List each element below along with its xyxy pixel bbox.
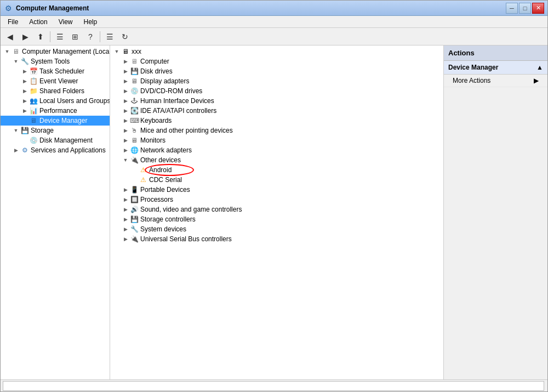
menu-help[interactable]: Help bbox=[79, 16, 102, 27]
disk-label: Disk Management bbox=[39, 137, 93, 144]
shared-icon: 📁 bbox=[29, 87, 38, 95]
menu-file[interactable]: File bbox=[3, 16, 23, 27]
keyboard-expand[interactable]: ▶ bbox=[121, 116, 130, 125]
event-expand[interactable]: ▶ bbox=[20, 77, 29, 86]
toolbar-separator-1 bbox=[50, 31, 50, 42]
sysdev-expand[interactable]: ▶ bbox=[121, 225, 130, 234]
hid-expand[interactable]: ▶ bbox=[121, 96, 130, 105]
center-root[interactable]: ▼ 🖥 xxx bbox=[110, 47, 443, 56]
center-monitors[interactable]: ▶ 🖥 Monitors bbox=[110, 135, 443, 145]
main-window: ⚙ Computer Management ─ □ ✕ File Action … bbox=[0, 0, 548, 392]
other-expand[interactable]: ▼ bbox=[121, 156, 130, 164]
event-icon: 📋 bbox=[29, 77, 38, 86]
dm-label: Device Manager bbox=[39, 117, 87, 124]
diskdrives-expand[interactable]: ▶ bbox=[121, 67, 130, 76]
perf-label: Performance bbox=[39, 107, 77, 115]
services-expand[interactable]: ▶ bbox=[12, 146, 20, 155]
perf-expand[interactable]: ▶ bbox=[20, 106, 29, 115]
tree-event-viewer[interactable]: ▶ 📋 Event Viewer bbox=[1, 76, 110, 86]
monitors-label: Monitors bbox=[140, 137, 165, 144]
dvd-expand[interactable]: ▶ bbox=[121, 87, 130, 95]
tree-shared-folders[interactable]: ▶ 📁 Shared Folders bbox=[1, 86, 110, 96]
center-usb[interactable]: ▶ 🔌 Universal Serial Bus controllers bbox=[110, 234, 443, 244]
users-expand[interactable]: ▶ bbox=[20, 96, 29, 105]
center-disk-drives[interactable]: ▶ 💾 Disk drives bbox=[110, 66, 443, 76]
restore-button[interactable]: □ bbox=[519, 3, 531, 14]
minimize-button[interactable]: ─ bbox=[506, 3, 518, 14]
show-hide-button[interactable]: ☰ bbox=[53, 30, 67, 43]
center-display-adapters[interactable]: ▶ 🖥 Display adapters bbox=[110, 76, 443, 86]
sys-tools-icon: 🔧 bbox=[20, 57, 29, 66]
network-expand[interactable]: ▶ bbox=[121, 146, 130, 155]
center-other-devices[interactable]: ▼ 🔌 Other devices bbox=[110, 155, 443, 165]
view-button[interactable]: ☰ bbox=[102, 30, 117, 43]
android-label: Android bbox=[149, 166, 172, 174]
tree-disk-mgmt[interactable]: 💿 Disk Management bbox=[1, 135, 110, 145]
center-cdc-serial[interactable]: ⚠ CDC Serial bbox=[110, 175, 443, 185]
center-dvd[interactable]: ▶ 💿 DVD/CD-ROM drives bbox=[110, 86, 443, 96]
tree-system-tools[interactable]: ▼ 🔧 System Tools bbox=[1, 56, 110, 66]
task-icon: 📅 bbox=[29, 67, 38, 76]
storage-expand[interactable]: ▼ bbox=[12, 126, 20, 135]
center-ide[interactable]: ▶ 💽 IDE ATA/ATAPI controllers bbox=[110, 106, 443, 116]
actions-more-actions[interactable]: More Actions ▶ bbox=[444, 75, 547, 87]
tree-task-scheduler[interactable]: ▶ 📅 Task Scheduler bbox=[1, 66, 110, 76]
shared-expand[interactable]: ▶ bbox=[20, 87, 29, 95]
portable-label: Portable Devices bbox=[140, 186, 190, 194]
diskdrives-label: Disk drives bbox=[140, 67, 173, 75]
proc-expand[interactable]: ▶ bbox=[121, 195, 130, 204]
usb-icon: 🔌 bbox=[130, 235, 139, 243]
menu-action[interactable]: Action bbox=[24, 16, 52, 27]
ide-expand[interactable]: ▶ bbox=[121, 106, 130, 115]
computer-expand[interactable]: ▶ bbox=[121, 57, 130, 66]
title-bar: ⚙ Computer Management ─ □ ✕ bbox=[1, 1, 547, 16]
other-label: Other devices bbox=[140, 156, 181, 164]
center-keyboards[interactable]: ▶ ⌨ Keyboards bbox=[110, 116, 443, 126]
task-expand[interactable]: ▶ bbox=[20, 67, 29, 76]
back-button[interactable]: ◀ bbox=[3, 30, 17, 43]
other-icon: 🔌 bbox=[130, 156, 139, 164]
tree-root[interactable]: ▼ 🖥 Computer Management (Local bbox=[1, 47, 110, 56]
center-system-dev[interactable]: ▶ 🔧 System devices bbox=[110, 224, 443, 234]
display-expand[interactable]: ▶ bbox=[121, 77, 130, 86]
center-mice[interactable]: ▶ 🖱 Mice and other pointing devices bbox=[110, 126, 443, 135]
window-title: Computer Management bbox=[16, 4, 506, 12]
mice-expand[interactable]: ▶ bbox=[121, 126, 130, 135]
tree-device-manager[interactable]: ▶ 🖥 Device Manager bbox=[1, 116, 110, 126]
portable-expand[interactable]: ▶ bbox=[121, 185, 130, 194]
hid-label: Human Interface Devices bbox=[140, 97, 214, 105]
up-button[interactable]: ⬆ bbox=[33, 30, 48, 43]
tree-performance[interactable]: ▶ 📊 Performance bbox=[1, 106, 110, 116]
tree-storage[interactable]: ▼ 💾 Storage bbox=[1, 126, 110, 135]
menu-view[interactable]: View bbox=[54, 16, 78, 27]
status-bar bbox=[1, 379, 547, 391]
center-computer[interactable]: ▶ 🖥 Computer bbox=[110, 56, 443, 66]
center-android[interactable]: ⚠ Android bbox=[110, 165, 443, 175]
tree-services[interactable]: ▶ ⚙ Services and Applications bbox=[1, 145, 110, 155]
center-portable[interactable]: ▶ 📱 Portable Devices bbox=[110, 185, 443, 195]
forward-button[interactable]: ▶ bbox=[18, 30, 32, 43]
shared-label: Shared Folders bbox=[39, 87, 84, 95]
event-label: Event Viewer bbox=[39, 77, 78, 85]
center-processors[interactable]: ▶ 🔲 Processors bbox=[110, 195, 443, 204]
sys-tools-expand[interactable]: ▼ bbox=[12, 57, 20, 66]
center-hid[interactable]: ▶ 🕹 Human Interface Devices bbox=[110, 96, 443, 106]
properties-button[interactable]: ⊞ bbox=[68, 30, 82, 43]
monitors-expand[interactable]: ▶ bbox=[121, 136, 130, 145]
network-icon: 🌐 bbox=[130, 146, 139, 155]
center-storage-ctrl[interactable]: ▶ 💾 Storage controllers bbox=[110, 214, 443, 224]
refresh-button[interactable]: ↻ bbox=[118, 30, 132, 43]
proc-label: Processors bbox=[140, 196, 173, 203]
tree-local-users[interactable]: ▶ 👥 Local Users and Groups bbox=[1, 96, 110, 106]
sound-expand[interactable]: ▶ bbox=[121, 205, 130, 214]
help-button[interactable]: ? bbox=[83, 30, 98, 43]
display-label: Display adapters bbox=[140, 77, 189, 85]
center-root-expand[interactable]: ▼ bbox=[112, 47, 121, 56]
center-network[interactable]: ▶ 🌐 Network adapters bbox=[110, 145, 443, 155]
center-sound[interactable]: ▶ 🔊 Sound, video and game controllers bbox=[110, 204, 443, 214]
storagectrl-expand[interactable]: ▶ bbox=[121, 215, 130, 224]
usb-expand[interactable]: ▶ bbox=[121, 235, 130, 243]
root-expand[interactable]: ▼ bbox=[3, 47, 12, 56]
actions-section-device-manager[interactable]: Device Manager ▲ bbox=[444, 61, 547, 75]
close-button[interactable]: ✕ bbox=[532, 3, 544, 14]
